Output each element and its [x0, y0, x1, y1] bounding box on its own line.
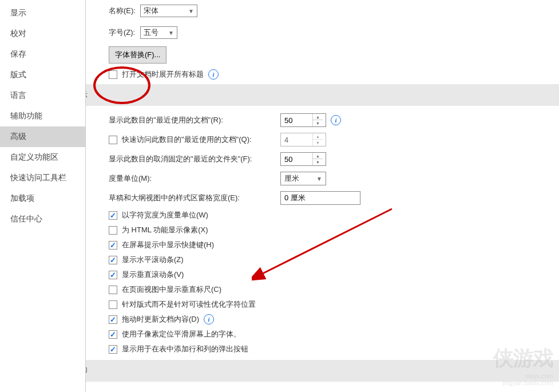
font-size-value: 五号 — [144, 27, 158, 38]
print-section-header: 打印 — [86, 360, 559, 382]
spinner-down-icon[interactable]: ▼ — [313, 120, 323, 126]
display-checkbox-label-8: 使用子像素定位平滑屏幕上的字体。 — [122, 329, 241, 339]
quick-access-checkbox[interactable] — [109, 136, 117, 144]
unpinned-folders-label: 显示此数目的取消固定的"最近的文件夹"(F): — [109, 154, 280, 164]
quick-access-label: 快速访问此数目的"最近使用的文档"(Q): — [122, 134, 280, 145]
recent-docs-input-wrap: ▲ ▼ — [280, 113, 326, 127]
display-checkbox-label-2: 在屏幕提示中显示快捷键(H) — [122, 240, 214, 250]
sidebar-item-display[interactable]: 显示 — [0, 3, 85, 23]
display-checkbox-8[interactable] — [109, 330, 117, 339]
font-name-value: 宋体 — [144, 6, 158, 16]
sidebar-item-layout[interactable]: 版式 — [0, 65, 85, 85]
display-section-header: 显示 — [86, 84, 559, 106]
display-checkbox-label-3: 显示水平滚动条(Z) — [122, 255, 184, 265]
dropdown-arrow-icon: ▼ — [316, 176, 322, 182]
sidebar-item-save[interactable]: 保存 — [0, 44, 85, 65]
display-checkbox-4[interactable] — [109, 271, 117, 279]
sidebar-item-trust-center[interactable]: 信任中心 — [0, 209, 85, 229]
info-icon[interactable]: i — [204, 314, 214, 324]
style-width-label: 草稿和大纲视图中的样式区窗格宽度(E): — [109, 193, 280, 203]
display-checkbox-label-0: 以字符宽度为度量单位(W) — [122, 210, 208, 220]
sidebar: 显示 校对 保存 版式 语言 辅助功能 高级 自定义功能区 快速访问工具栏 加载… — [0, 0, 86, 392]
display-checkbox-label-5: 在页面视图中显示垂直标尺(C) — [122, 284, 221, 295]
font-replace-button[interactable]: 字体替换(F)... — [109, 46, 166, 64]
recent-docs-input[interactable] — [281, 114, 312, 126]
font-size-label: 字号(Z): — [109, 27, 140, 38]
display-checkbox-label-4: 显示垂直滚动条(V) — [122, 270, 184, 280]
display-checkbox-label-6: 针对版式而不是针对可读性优化字符位置 — [122, 299, 256, 310]
info-icon[interactable]: i — [208, 69, 219, 80]
display-checkbox-7[interactable] — [109, 315, 117, 324]
display-checkbox-2[interactable] — [109, 241, 117, 250]
sidebar-item-proofing[interactable]: 校对 — [0, 23, 85, 44]
display-checkbox-label-9: 显示用于在表中添加行和列的弹出按钮 — [122, 344, 248, 354]
spinner-up-icon[interactable]: ▲ — [313, 133, 323, 140]
sidebar-item-language[interactable]: 语言 — [0, 85, 85, 106]
spinner-up-icon[interactable]: ▲ — [313, 114, 323, 120]
spinner-down-icon[interactable]: ▼ — [313, 140, 323, 146]
expand-headings-label: 打开文档时展开所有标题 — [122, 69, 204, 80]
unit-label: 度量单位(M): — [109, 173, 280, 184]
sidebar-item-addins[interactable]: 加载项 — [0, 188, 85, 209]
font-name-select[interactable]: 宋体 ▼ — [140, 5, 197, 17]
font-name-label: 名称(E): — [109, 6, 140, 16]
unit-select[interactable]: 厘米 ▼ — [280, 172, 326, 185]
spinner-up-icon[interactable]: ▲ — [313, 153, 323, 159]
dropdown-arrow-icon: ▼ — [168, 30, 174, 36]
sidebar-item-quick-access[interactable]: 快速访问工具栏 — [0, 168, 85, 188]
display-checkbox-1[interactable] — [109, 226, 117, 235]
display-checkbox-label-7: 拖动时更新文档内容(D) — [122, 314, 199, 324]
quick-access-input[interactable] — [281, 133, 312, 146]
sidebar-item-accessibility[interactable]: 辅助功能 — [0, 106, 85, 126]
font-size-select[interactable]: 五号 ▼ — [140, 26, 177, 39]
display-checkbox-5[interactable] — [109, 286, 117, 294]
display-checkbox-label-1: 为 HTML 功能显示像素(X) — [122, 225, 208, 235]
spinner-down-icon[interactable]: ▼ — [313, 159, 323, 165]
quick-access-input-wrap: ▲ ▼ — [280, 133, 326, 146]
unit-value: 厘米 — [284, 173, 299, 184]
style-width-input[interactable] — [280, 191, 360, 205]
sidebar-item-customize-ribbon[interactable]: 自定义功能区 — [0, 147, 85, 168]
recent-docs-label: 显示此数目的"最近使用的文档"(R): — [109, 115, 280, 125]
display-checkbox-3[interactable] — [109, 256, 117, 264]
unpinned-folders-input-wrap: ▲ ▼ — [280, 152, 326, 166]
main-panel: 名称(E): 宋体 ▼ 字号(Z): 五号 ▼ 字体替换(F)... 打开文档时… — [86, 0, 559, 392]
info-icon[interactable]: i — [331, 115, 341, 125]
dropdown-arrow-icon: ▼ — [188, 8, 194, 14]
display-checkbox-6[interactable] — [109, 300, 117, 309]
unpinned-folders-input[interactable] — [281, 153, 312, 165]
display-checkbox-9[interactable] — [109, 345, 117, 354]
expand-headings-checkbox[interactable] — [109, 70, 117, 79]
sidebar-item-advanced[interactable]: 高级 — [0, 126, 85, 147]
display-checkbox-0[interactable] — [109, 211, 117, 220]
